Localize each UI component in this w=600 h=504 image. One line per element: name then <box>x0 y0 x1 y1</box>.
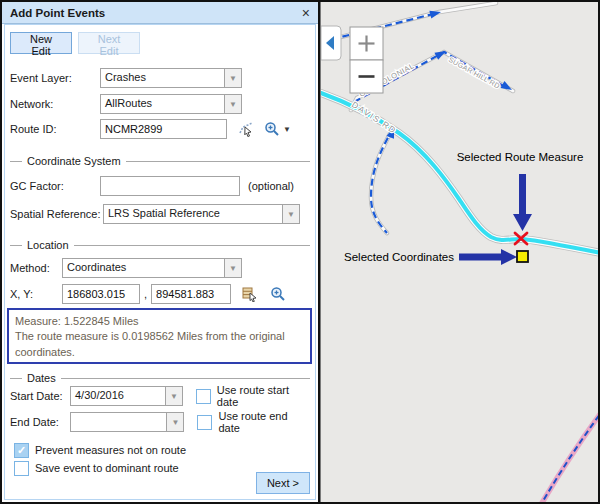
chevron-down-icon[interactable]: ▼ <box>224 69 241 87</box>
save-dominant-label: Save event to dominant route <box>35 462 179 474</box>
collapse-panel-tab[interactable] <box>321 26 341 60</box>
xy-label: X, Y: <box>10 288 62 300</box>
select-coordinates-on-map-icon[interactable] <box>241 285 259 303</box>
edit-buttons-row: New Edit Next Edit <box>10 33 310 53</box>
network-dropdown[interactable]: AllRoutes ▼ <box>100 94 242 114</box>
right-arrow-icon <box>459 249 517 265</box>
xy-row: X, Y: , <box>10 284 310 304</box>
dates-section-label: Dates <box>27 372 56 384</box>
method-dropdown[interactable]: Coordinates ▼ <box>62 258 242 278</box>
method-label: Method: <box>10 262 62 274</box>
start-date-dropdown[interactable]: 4/30/2016 ▼ <box>70 386 183 406</box>
add-point-events-panel: Add Point Events × New Edit Next Edit Ev… <box>2 2 318 502</box>
selected-route-measure-label: Selected Route Measure <box>457 151 584 163</box>
spatial-reference-dropdown[interactable]: LRS Spatial Reference ▼ <box>103 204 300 224</box>
screenshot-root: Add Point Events × New Edit Next Edit Ev… <box>0 0 600 504</box>
location-separator: Location <box>10 238 310 252</box>
start-date-value: 4/30/2016 <box>71 387 165 405</box>
prevent-measures-checkbox[interactable]: ✓ <box>14 443 29 458</box>
pink-road <box>539 410 600 502</box>
route-id-row: Route ID: ▼ <box>10 119 310 139</box>
chevron-down-icon[interactable]: ▼ <box>165 387 182 405</box>
close-icon[interactable]: × <box>302 6 310 20</box>
chevron-down-icon[interactable]: ▼ <box>224 95 241 113</box>
coordinate-system-separator: Coordinate System <box>10 154 310 168</box>
next-edit-button: Next Edit <box>78 32 140 54</box>
event-layer-value: Crashes <box>101 69 224 87</box>
event-layer-dropdown[interactable]: Crashes ▼ <box>100 68 242 88</box>
network-label: Network: <box>10 98 100 110</box>
chevron-down-icon[interactable]: ▼ <box>282 205 299 223</box>
panel-titlebar: Add Point Events × <box>2 2 318 24</box>
end-date-label: End Date: <box>10 416 70 428</box>
method-row: Method: Coordinates ▼ <box>10 258 310 278</box>
new-edit-button[interactable]: New Edit <box>10 32 72 54</box>
zoom-to-location-icon[interactable] <box>269 285 287 303</box>
save-dominant-checkbox[interactable] <box>14 461 29 476</box>
dates-separator: Dates <box>10 371 310 385</box>
spatial-reference-label: Spatial Reference: <box>10 208 103 220</box>
select-route-on-map-icon[interactable] <box>237 120 255 138</box>
road-label-davis: DAVIS RD <box>350 99 399 135</box>
chevron-down-icon[interactable]: ▼ <box>166 413 183 431</box>
zoom-to-route-icon[interactable] <box>263 120 281 138</box>
method-value: Coordinates <box>63 259 224 277</box>
network-row: Network: AllRoutes ▼ <box>10 94 310 114</box>
down-arrow-icon <box>513 174 532 231</box>
event-layer-label: Event Layer: <box>10 72 100 84</box>
selected-coordinates-label: Selected Coordinates <box>344 251 454 263</box>
road-label-sugar-hill: SUGAR HILL RD <box>448 56 502 90</box>
panel-title: Add Point Events <box>10 7 105 19</box>
gc-factor-label: GC Factor: <box>10 180 100 192</box>
highlighted-route <box>321 93 600 253</box>
use-route-end-date-label: Use route end date <box>218 410 310 434</box>
map-view[interactable]: DAVIS RD OLD COLONIAL SUGAR HILL RD Sele… <box>320 2 600 502</box>
coordinates-square-marker <box>517 251 528 262</box>
y-coordinate-input[interactable] <box>151 284 231 304</box>
map-zoom-control <box>350 27 383 93</box>
start-date-row: Start Date: 4/30/2016 ▼ Use route start … <box>10 386 310 406</box>
next-button[interactable]: Next > <box>256 472 310 494</box>
prevent-measures-label: Prevent measures not on route <box>35 444 186 456</box>
coordinate-system-section-label: Coordinate System <box>27 155 121 167</box>
use-route-start-date-checkbox[interactable] <box>196 389 211 404</box>
optional-hint: (optional) <box>248 180 294 192</box>
spatial-reference-row: Spatial Reference: LRS Spatial Reference… <box>10 204 310 224</box>
measure-value-text: Measure: 1.522845 Miles <box>15 314 304 329</box>
network-value: AllRoutes <box>101 95 224 113</box>
measure-message-box: Measure: 1.522845 Miles The route measur… <box>7 308 312 364</box>
use-route-start-date-label: Use route start date <box>217 384 310 408</box>
end-date-row: End Date: ▼ Use route end date <box>10 412 310 432</box>
route-id-input[interactable] <box>100 119 227 139</box>
x-coordinate-input[interactable] <box>62 284 140 304</box>
end-date-dropdown[interactable]: ▼ <box>70 412 184 432</box>
measure-offset-text: The route measure is 0.0198562 Miles fro… <box>15 329 304 360</box>
map-canvas: DAVIS RD OLD COLONIAL SUGAR HILL RD Sele… <box>321 2 600 502</box>
route-id-label: Route ID: <box>10 123 100 135</box>
prevent-measures-row: ✓ Prevent measures not on route <box>14 440 310 460</box>
chevron-down-icon[interactable]: ▼ <box>283 125 291 134</box>
location-section-label: Location <box>27 239 69 251</box>
end-date-value <box>71 413 166 431</box>
start-date-label: Start Date: <box>10 390 70 402</box>
spatial-reference-value: LRS Spatial Reference <box>104 205 282 223</box>
dashed-blue-routes <box>321 13 507 233</box>
use-route-end-date-checkbox[interactable] <box>197 415 212 430</box>
gc-factor-input[interactable] <box>100 176 240 196</box>
check-icon: ✓ <box>17 444 26 457</box>
gc-factor-row: GC Factor: (optional) <box>10 176 310 196</box>
event-layer-row: Event Layer: Crashes ▼ <box>10 68 310 88</box>
xy-comma: , <box>144 288 147 300</box>
chevron-down-icon[interactable]: ▼ <box>224 259 241 277</box>
